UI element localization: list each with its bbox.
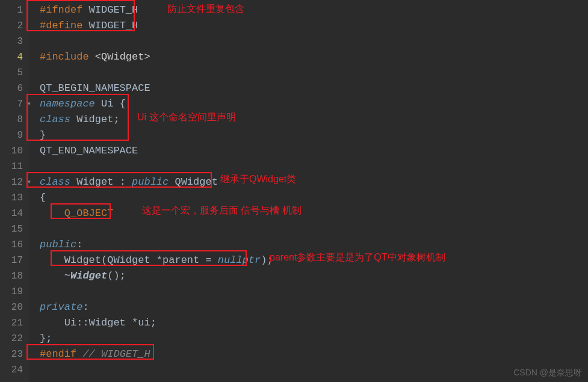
annotation-text: Ui 这个命名空间里声明 [137,111,236,124]
line-number: 9 [0,128,29,143]
line-number: 23 [0,347,29,362]
line-number: 21 [0,315,29,331]
keyword-token: public [132,176,169,188]
comment-token: // WIDGET_H [76,348,150,360]
line-number: 14 [0,206,29,221]
code-line: class Widget : public QWidget [40,174,588,190]
line-number: 10 [0,143,29,159]
line-number: 19 [0,284,29,300]
line-number: 17 [0,253,29,268]
annotation-text: 这是一个宏，服务后面 信号与槽 机制 [142,205,302,217]
brace-token: } [40,129,46,141]
preproc-token: #define [40,20,82,31]
code-line [40,221,588,237]
identifier-token: Ui::Widget *ui; [40,317,156,328]
code-line: QT_END_NAMESPACE [40,143,588,159]
macro-token: WIDGET_H [82,20,138,31]
line-number: 12 [0,174,29,190]
brace-token: { [40,192,46,203]
code-line [40,34,588,49]
code-line: }; [40,331,588,347]
code-line: #ifndef WIDGET_H [40,2,588,18]
annotation-text: parent参数主要是是为了QT中对象树机制 [270,251,445,264]
punct-token: ~ [40,270,70,282]
code-line: namespace Ui { [40,96,588,112]
preproc-token: #endif [40,348,76,360]
line-number: 15 [0,221,29,237]
punct-token: : [82,301,88,313]
line-number: 2 [0,18,29,34]
code-line: Q_OBJECT [40,206,588,221]
brace-token: }; [40,333,52,344]
code-line: #define WIDGET_H [40,18,588,34]
identifier-token: Widget(QWidget *parent = [40,254,218,266]
macro-token: QT_END_NAMESPACE [40,145,138,156]
code-editor: 1 2 3 4 5 6 7 ▾ 8 9 10 11 12 ▾ 13 14 15 … [0,0,588,382]
code-area[interactable]: #ifndef WIDGET_H #define WIDGET_H #inclu… [29,0,588,382]
line-number: 11 [0,159,29,174]
code-line [40,284,588,300]
identifier-token: Ui { [95,98,126,109]
line-number: 16 [0,237,29,253]
annotation-text: 防止文件重复包含 [167,3,244,16]
code-line: { [40,190,588,206]
line-number: 4 [0,49,29,65]
destructor-token: Widget [70,270,107,282]
code-line [40,362,588,378]
line-number: 1 [0,2,29,18]
identifier-token: QWidget [169,176,218,188]
annotation-text: 继承于QWidget类 [220,173,296,186]
line-number: 20 [0,300,29,315]
keyword-token: namespace [40,98,95,109]
include-token: <QWidget> [89,51,150,63]
punct-token: (); [107,270,126,282]
line-number: 5 [0,65,29,81]
code-line: private: [40,300,588,315]
keyword-token: nullptr [218,254,261,266]
keyword-token: class [40,176,70,188]
code-line: Ui::Widget *ui; [40,315,588,331]
punct-token: : [76,239,82,250]
line-number: 7 [0,96,29,112]
preproc-token: #include [40,51,89,63]
identifier-token: Widget; [70,114,120,125]
code-line: public: [40,237,588,253]
line-number: 8 [0,112,29,128]
line-number: 22 [0,331,29,347]
code-line [40,159,588,174]
line-number: 6 [0,81,29,96]
identifier-token: Widget : [70,176,132,188]
line-number: 13 [0,190,29,206]
code-line: QT_BEGIN_NAMESPACE [40,81,588,96]
line-number: 3 [0,34,29,49]
watermark-text: CSDN @是奈思呀 [513,368,582,378]
preproc-token: #ifndef [40,4,82,16]
macro-token: Q_OBJECT [40,208,113,219]
code-line: ~Widget(); [40,268,588,284]
code-line: #include <QWidget> [40,49,588,65]
code-line: class Widget; [40,112,588,128]
keyword-token: private [40,301,82,313]
keyword-token: public [40,239,76,250]
macro-token: QT_BEGIN_NAMESPACE [40,82,150,94]
code-line: #endif // WIDGET_H [40,347,588,362]
line-number: 24 [0,362,29,378]
code-line [40,65,588,81]
code-line: } [40,128,588,143]
line-number-gutter: 1 2 3 4 5 6 7 ▾ 8 9 10 11 12 ▾ 13 14 15 … [0,0,29,382]
macro-token: WIDGET_H [82,4,138,16]
line-number: 18 [0,268,29,284]
keyword-token: class [40,114,70,125]
